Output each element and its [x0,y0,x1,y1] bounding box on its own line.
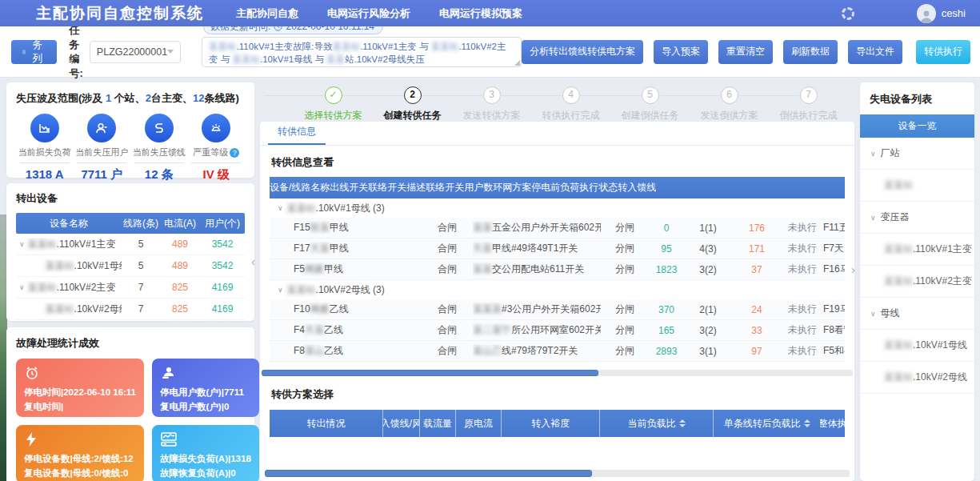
users-cell: 370 [649,304,684,315]
tree-group-bus[interactable]: ∨ 母线 [860,298,974,330]
toolbar-primary-button[interactable]: 分析转出馈线转供电方案 [522,40,643,64]
step-circle: 2 [404,86,422,104]
transformer-count: 2 [146,92,151,104]
toolbar-primary-button[interactable]: 重置清空 [718,40,773,64]
table-row[interactable]: ∨某某站.10kV#1母线 5 489 3542 [16,255,245,277]
device-name-cell: ∨某某站.10kV#2母线 [16,303,122,316]
device-name-cell: ∨某某站.110kV#1主变 [16,238,122,251]
table-row[interactable]: ∨某某站.110kV#2主变 7 825 4169 [16,277,245,299]
tree-leaf[interactable]: 某某站.10kV#2母线 [860,362,974,394]
chevron-down-icon[interactable]: ∨ [19,283,25,291]
feeder-row[interactable]: F15联某甲线 合闸 某某五金公用户外开关箱602开关 分闸 0 1(1) 17… [270,218,845,238]
nav-item[interactable]: 电网运行风险分析 [313,0,425,26]
feeder-row[interactable]: F17天某甲线 合闸 天某甲线#49塔49T1开关 分闸 95 4(3) 171… [270,238,845,259]
tie-desc-cell: 某某某#3公用户外开关箱602开关 [473,303,601,316]
impact-title: 失压波及范围(涉及 1 个站、2台主变、12条线路) [16,91,245,106]
device-name-cell: ∨某某站.110kV#2主变 [16,281,122,295]
tie-switch-cell: 分闸 [601,303,649,316]
tree-group-transformer[interactable]: ∨ 变压器 [860,202,974,234]
card-line1: 停电时间|2022-06-10 16:11 [24,387,136,399]
device-list-title: 失电设备列表 [870,92,965,106]
table-header-row: 设备名称 线路(条) 电流(A) 用户(个) [16,213,245,234]
tree-leaf[interactable]: 某某站.10kV#1母线 [860,330,974,362]
step-item[interactable]: 2 创建转供任务 [373,86,452,122]
task-list-button[interactable]: 任务列表 [11,40,57,64]
collapse-left-icon[interactable]: ‹ [251,255,255,268]
task-no-select[interactable]: PLZG22000001 [90,41,181,63]
feeder-row[interactable]: F5网夏甲线 合闸 某某交公用配电站611开关 分闸 1823 3(2) 37 … [270,259,845,280]
tab-transfer-info[interactable]: 转供信息 [268,125,326,145]
toolbar-primary-button[interactable]: 导出文件 [848,40,902,64]
topbar-right: ceshi [842,4,980,23]
tie-switch-cell: 分闸 [601,221,649,234]
feeder-name-cell: F4天某乙线 [270,323,422,337]
fault-description-textarea[interactable]: 某某站.110kV#1主变故障:导致某某站.110kV#1主变 与 某某站.11… [202,37,522,67]
card-line2: 故障恢复负荷(A)|0 [160,467,251,479]
vertical-scrollbar[interactable] [975,78,980,481]
toolbar-cyan-button[interactable]: 转供执行 [916,40,970,64]
feeder-row[interactable]: F4天某乙线 合闸 某二某宁所公用环网室602开关 分闸 165 3(2) 33… [270,320,845,341]
task-no-label: 任务编号: [70,23,83,81]
plan-table-wrap: 转出情况 转入馈线/风险 载流量 原电流 [270,410,845,437]
feeder-row[interactable]: F10网夏乙线 合闸 某某某#3公用户外开关箱602开关 分闸 370 2(1)… [270,299,845,320]
tree-leaf[interactable]: 某某站 [860,170,974,202]
step-item[interactable]: 5 创建倒供任务 [610,86,690,122]
username[interactable]: ceshi [942,7,966,19]
toolbar-primary-button[interactable]: 刷新数据 [783,40,838,64]
card-line2: 复电设备数|母线:0/馈线:0 [24,467,136,479]
col-header[interactable]: 整体执行负载比 [820,410,845,437]
collapse-right-icon[interactable]: › [851,263,855,276]
tie-desc-cell: 某山乙线#79塔79T2开关 [473,344,601,358]
chevron-down-icon[interactable]: ∨ [19,240,25,248]
col-header[interactable]: 转入馈线/风险 [383,410,420,437]
avatar[interactable] [917,4,936,23]
step-item[interactable]: 3 发送转供方案 [452,86,531,122]
col-header[interactable]: 原电流 [456,410,502,437]
help-icon[interactable]: ? [230,148,239,158]
step-circle: ✓ [325,86,342,104]
fault-desc-segment: 站.10kV#2母线失压 [345,54,425,64]
step-circle: 7 [800,86,818,104]
scrollbar-thumb[interactable] [262,370,598,376]
col-header[interactable]: 当前负载比 [600,410,714,437]
card-outage-users: 停电用户数(户)|7711 复电用户数(户)|0 [152,359,259,417]
tree-leaf[interactable]: 某某站.110kV#1主变 [860,234,974,266]
load-wave-icon [160,431,178,447]
col-header[interactable]: 转出情况 [270,410,383,437]
table-row[interactable]: ∨某某站.110kV#1主变 5 489 3542 [16,234,245,255]
step-item[interactable]: 6 发送倒供方案 [690,86,769,122]
transfer-info-table: 设备/线路名称出线开关联络开关描述联络开关用户数环网方案停电前负荷执行状态转入馈… [270,177,845,362]
tree-group-station[interactable]: ∨ 厂站 [860,138,974,170]
nav-item[interactable]: 电网运行模拟预案 [425,0,537,26]
chevron-down-icon[interactable]: ∨ [278,204,283,212]
blurred-station: 某某站 [28,281,57,295]
step-item[interactable]: 4 转供执行完成 [531,86,610,122]
center-panel: 转供信息 转供信息查看 设备/线路名称出线开关联络开关描述联络开关用户数环网方案… [260,122,854,481]
fault-desc-segment: .10kV#1母线 与 [260,54,326,64]
feeder-row[interactable]: F8某山乙线 合闸 某山乙线#79塔79T2开关 分闸 2893 3(1) 97… [270,341,845,362]
current-cell: 489 [160,238,200,250]
group-row-bus2[interactable]: ∨ 某某站 .10kV#2母线 (3) [270,280,845,299]
scrollbar-thumb[interactable] [265,470,592,477]
tree-leaf[interactable]: 某某站.110kV#2主变 [860,266,974,298]
col-header[interactable]: 单条线转后负载比 [714,410,820,437]
step-item[interactable]: 7 倒供执行完成 [769,86,848,122]
group-label: .10kV#1母线 (3) [316,202,385,215]
stat-loss-load: 当前损失负荷 1318 A [16,114,74,182]
sort-icon[interactable] [804,419,810,427]
ring-plan-cell: 3(2) [684,325,732,336]
col-header[interactable]: 转入裕度 [502,410,600,437]
sort-icon[interactable] [679,419,686,427]
col-header[interactable]: 载流量 [420,410,457,437]
chevron-down-icon[interactable]: ∨ [278,286,283,294]
nav-item[interactable]: 主配协同自愈 [222,0,313,26]
step-item[interactable]: ✓ 选择转供方案 [294,86,373,122]
lost-power-device-panel: 失电设备列表 设备一览 ∨ 厂站 某某站 ∨ 变压器 某某站.110kV#1主变… [860,82,974,481]
exec-status-cell: 未执行 [782,303,823,316]
toolbar-primary-button[interactable]: 导入预案 [654,40,708,64]
table-row[interactable]: ∨某某站.10kV#2母线 7 825 4169 [16,299,245,320]
group2-rows: F10网夏乙线 合闸 某某某#3公用户外开关箱602开关 分闸 370 2(1)… [270,299,845,362]
group-label: 变压器 [881,210,910,224]
gear-icon[interactable] [842,7,854,20]
group-row-bus1[interactable]: ∨ 某某站 .10kV#1母线 (3) [270,198,845,218]
